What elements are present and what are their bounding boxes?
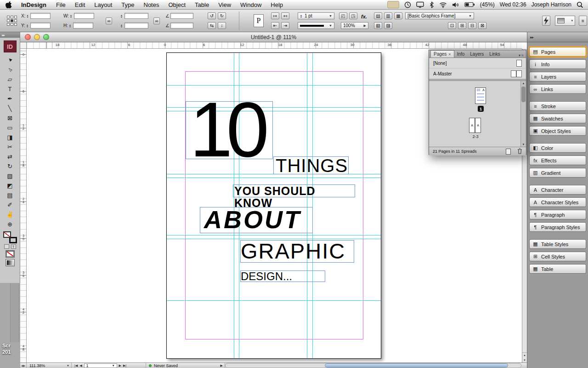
drop-shadow-icon[interactable]: ⊟ bbox=[468, 22, 476, 29]
flip-vertical-icon[interactable]: ↕ bbox=[218, 22, 226, 29]
text-wrap-jump-icon[interactable]: ▧ bbox=[374, 22, 382, 29]
text-frame-10[interactable]: 10 bbox=[186, 101, 273, 159]
ruler-guide[interactable] bbox=[312, 53, 313, 358]
page-tool-icon[interactable]: ▱ bbox=[1, 75, 19, 84]
note-tool-icon[interactable]: ▤ bbox=[1, 190, 19, 200]
shape-tool-icon[interactable]: ◨ bbox=[1, 132, 19, 142]
scale-y-stepper[interactable]: ▲▼ bbox=[120, 24, 124, 28]
scale-y-input[interactable] bbox=[124, 23, 148, 29]
new-page-icon[interactable] bbox=[506, 149, 511, 155]
page-number-combo[interactable]: 1 ▼ bbox=[84, 363, 117, 368]
ruler-guide[interactable] bbox=[167, 300, 381, 301]
wifi-icon[interactable] bbox=[439, 2, 447, 8]
menu-item[interactable]: Edit bbox=[70, 1, 90, 8]
quick-apply-icon[interactable] bbox=[542, 16, 550, 26]
next-page-button[interactable]: ▶ bbox=[119, 364, 121, 368]
user-menu[interactable]: Joseph Harrison bbox=[531, 1, 571, 8]
tab-info[interactable]: Info bbox=[454, 51, 468, 58]
fit-content-icon[interactable]: ◳ bbox=[349, 12, 357, 19]
menu-item[interactable]: Help bbox=[266, 1, 288, 8]
rotate-ccw-icon[interactable]: ↺ bbox=[208, 12, 216, 19]
dock-item-pages[interactable]: ▤ Pages bbox=[529, 47, 586, 57]
volume-icon[interactable] bbox=[452, 2, 459, 8]
pane-splitter[interactable]: ◀▶ bbox=[20, 363, 27, 368]
dock-item-color[interactable]: ◧ Color bbox=[529, 143, 586, 153]
corner-options-icon[interactable]: ⊡ bbox=[448, 22, 456, 29]
text-frame-you-should-know[interactable]: YOU SHOULD KNOW bbox=[233, 184, 355, 197]
formatting-affects-container-icon[interactable] bbox=[4, 244, 9, 249]
menu-extra-icon[interactable] bbox=[387, 1, 399, 8]
scissors-tool-icon[interactable]: ✂ bbox=[1, 142, 19, 151]
selection-tool-icon[interactable]: ► bbox=[1, 55, 19, 64]
menu-item[interactable]: Notes bbox=[139, 1, 164, 8]
shear-angle-input[interactable] bbox=[170, 23, 193, 29]
menu-item[interactable]: Table bbox=[190, 1, 214, 8]
scroll-up-icon[interactable]: ▲ bbox=[521, 82, 526, 85]
stroke-swatch[interactable] bbox=[9, 237, 17, 243]
spread-2-3-thumbnail[interactable]: A A bbox=[469, 118, 481, 133]
scroll-down-icon[interactable]: ▼ bbox=[523, 359, 526, 362]
close-tab-icon[interactable]: × bbox=[448, 52, 451, 57]
page-1-thumbnail[interactable]: 10 A bbox=[475, 87, 486, 104]
fill-swatch[interactable] bbox=[3, 231, 11, 238]
text-wrap-none-icon[interactable]: ▤ bbox=[374, 12, 382, 19]
scale-x-input[interactable] bbox=[124, 13, 148, 19]
spotlight-icon[interactable] bbox=[577, 1, 583, 8]
master-row-a-master[interactable]: A-Master bbox=[429, 69, 526, 79]
panel-menu-icon[interactable]: ▾ ≡ bbox=[519, 53, 526, 58]
dock-header[interactable]: ▸▸ bbox=[527, 32, 588, 42]
fill-stroke-proxy[interactable] bbox=[3, 231, 17, 243]
zoom-level-combo[interactable]: 111.38% ▼ bbox=[28, 363, 72, 368]
dock-item-character[interactable]: A Character bbox=[529, 185, 586, 195]
dock-item-paragraph-styles[interactable]: ¶ Paragraph Styles bbox=[529, 222, 586, 232]
rotate-tool-icon[interactable]: ↻ bbox=[1, 161, 19, 171]
rotation-angle-input[interactable] bbox=[170, 13, 193, 19]
menu-item[interactable]: Object bbox=[164, 1, 190, 8]
p-indicator[interactable]: P bbox=[254, 14, 264, 27]
eyedropper-tool-icon[interactable]: ✐ bbox=[1, 200, 19, 209]
reference-point-grid[interactable] bbox=[7, 16, 17, 26]
previous-page-button[interactable]: ◀ bbox=[79, 364, 82, 368]
menu-item[interactable]: Layout bbox=[90, 1, 117, 8]
dock-item-paragraph[interactable]: ¶ Paragraph bbox=[529, 210, 586, 219]
scroll-thumb[interactable] bbox=[521, 86, 526, 102]
gradient-swatch-tool-icon[interactable]: ▧ bbox=[1, 171, 19, 180]
fit-frame-icon[interactable]: ◰ bbox=[339, 12, 347, 19]
preflight-status-menu[interactable]: Never Saved ▶ bbox=[147, 363, 225, 368]
stroke-type-combo[interactable]: ▼ bbox=[298, 22, 334, 29]
text-wrap-next-icon[interactable]: ▨ bbox=[384, 22, 392, 29]
ruler-guide[interactable] bbox=[167, 235, 381, 236]
menu-item[interactable]: Window bbox=[236, 1, 266, 8]
apply-gradient-button[interactable] bbox=[6, 259, 15, 266]
dock-item-object-styles[interactable]: ▣ Object Styles bbox=[529, 126, 586, 136]
y-position-input[interactable] bbox=[30, 23, 51, 29]
document-titlebar[interactable]: Untitled-1 @ 111% bbox=[20, 32, 527, 42]
dock-item-cell-styles[interactable]: ⊞ Cell Styles bbox=[529, 252, 586, 261]
type-tool-icon[interactable]: T bbox=[1, 84, 19, 93]
text-frame-things[interactable]: THINGS bbox=[273, 156, 349, 174]
menu-item[interactable]: View bbox=[214, 1, 236, 8]
object-style-combo[interactable]: [Basic Graphics Frame] ▼ bbox=[405, 12, 474, 19]
scale-x-stepper[interactable]: ▲▼ bbox=[120, 14, 124, 18]
displays-icon[interactable] bbox=[416, 1, 424, 8]
menu-item[interactable]: Type bbox=[117, 1, 139, 8]
x-stepper[interactable]: ▲▼ bbox=[26, 14, 29, 18]
ruler-guide[interactable] bbox=[307, 53, 307, 358]
dock-item-links[interactable]: ∞ Links bbox=[529, 84, 586, 94]
ruler-guide[interactable] bbox=[167, 85, 381, 86]
select-container-icon[interactable]: ↦ bbox=[271, 12, 279, 19]
control-panel-preview-combo[interactable]: ▾ bbox=[555, 16, 575, 26]
select-previous-icon[interactable]: ⇤ bbox=[271, 22, 279, 29]
scroll-down-icon[interactable]: ▼ bbox=[521, 143, 526, 146]
dock-item-stroke[interactable]: ≡ Stroke bbox=[529, 101, 586, 111]
tab-links[interactable]: Links bbox=[486, 51, 503, 58]
x-position-input[interactable] bbox=[30, 13, 51, 19]
flip-horizontal-icon[interactable]: ⇆ bbox=[208, 22, 216, 29]
horizontal-scrollbar[interactable] bbox=[225, 363, 521, 368]
master-row-none[interactable]: [None] bbox=[429, 58, 526, 69]
stroke-weight-stepper[interactable]: ▲▼ bbox=[300, 14, 303, 18]
dock-item-table-styles[interactable]: ▦ Table Styles bbox=[529, 239, 586, 249]
dock-item-character-styles[interactable]: A Character Styles bbox=[529, 197, 586, 207]
vertical-scroll-arrows[interactable]: ▲▼ bbox=[522, 352, 527, 362]
bluetooth-icon[interactable] bbox=[429, 1, 434, 8]
